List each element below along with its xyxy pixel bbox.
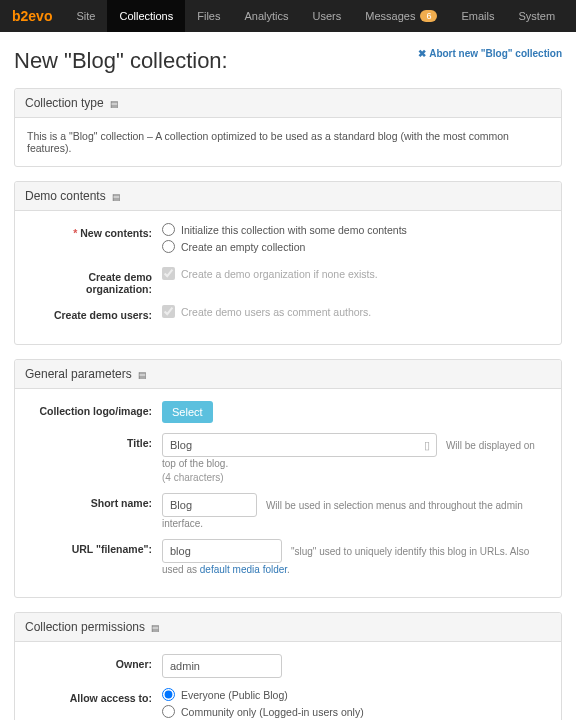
panel-heading: Demo contents ▤ xyxy=(15,182,561,211)
book-icon[interactable]: ▤ xyxy=(151,623,160,633)
url-filename-label: URL "filename": xyxy=(27,539,162,555)
panel-heading: General parameters ▤ xyxy=(15,360,561,389)
title-label: Title: xyxy=(27,433,162,449)
heading-text: Collection permissions xyxy=(25,620,145,634)
radio-label: Create an empty collection xyxy=(181,241,305,253)
brand-logo[interactable]: b2evo xyxy=(0,8,64,24)
radio-empty[interactable] xyxy=(162,240,175,253)
create-users-text: Create demo users as comment authors. xyxy=(181,306,371,318)
radio-label: Community only (Logged-in users only) xyxy=(181,706,364,718)
panel-collection-permissions: Collection permissions ▤ Owner: Allow ac… xyxy=(14,612,562,720)
panel-demo-contents: Demo contents ▤ * New contents: Initiali… xyxy=(14,181,562,345)
select-logo-button[interactable]: Select xyxy=(162,401,213,423)
shortname-input[interactable] xyxy=(162,493,257,517)
access-label: Allow access to: xyxy=(27,688,162,704)
nav-analytics[interactable]: Analytics xyxy=(232,0,300,32)
abort-link[interactable]: ✖Abort new "Blog" collection xyxy=(418,48,562,59)
heading-text: Collection type xyxy=(25,96,104,110)
input-icon: ▯ xyxy=(424,439,430,452)
title-input[interactable] xyxy=(162,433,437,457)
radio-init-demo[interactable] xyxy=(162,223,175,236)
radio-access-everyone[interactable] xyxy=(162,688,175,701)
messages-badge: 6 xyxy=(420,10,437,22)
nav-files[interactable]: Files xyxy=(185,0,232,32)
manual-page-link[interactable]: ▤ Manual page xyxy=(567,5,576,27)
create-users-label: Create demo users: xyxy=(27,305,162,321)
panel-heading: Collection type ▤ xyxy=(15,89,561,118)
radio-label: Everyone (Public Blog) xyxy=(181,689,288,701)
panel-collection-type: Collection type ▤ This is a "Blog" colle… xyxy=(14,88,562,167)
close-icon: ✖ xyxy=(418,48,426,59)
owner-input[interactable] xyxy=(162,654,282,678)
nav-site[interactable]: Site xyxy=(64,0,107,32)
panel-body: This is a "Blog" collection – A collecti… xyxy=(15,118,561,166)
nav-collections[interactable]: Collections xyxy=(107,0,185,32)
owner-label: Owner: xyxy=(27,654,162,670)
title-char-count: (4 characters) xyxy=(162,472,549,483)
panel-general-parameters: General parameters ▤ Collection logo/ima… xyxy=(14,359,562,598)
radio-label: Initialize this collection with some dem… xyxy=(181,224,407,236)
nav-system[interactable]: System xyxy=(506,0,567,32)
url-filename-input[interactable] xyxy=(162,539,282,563)
checkbox-create-org[interactable] xyxy=(162,267,175,280)
nav-users[interactable]: Users xyxy=(301,0,354,32)
abort-label: Abort new "Blog" collection xyxy=(429,48,562,59)
heading-text: General parameters xyxy=(25,367,132,381)
nav-items: Site Collections Files Analytics Users M… xyxy=(64,0,567,32)
top-navbar: b2evo Site Collections Files Analytics U… xyxy=(0,0,576,32)
nav-emails[interactable]: Emails xyxy=(449,0,506,32)
nav-messages[interactable]: Messages 6 xyxy=(353,0,449,32)
panel-heading: Collection permissions ▤ xyxy=(15,613,561,642)
heading-text: Demo contents xyxy=(25,189,106,203)
radio-access-community[interactable] xyxy=(162,705,175,718)
new-contents-label: * New contents: xyxy=(27,223,162,239)
nav-messages-label: Messages xyxy=(365,10,415,22)
book-icon[interactable]: ▤ xyxy=(138,370,147,380)
book-icon[interactable]: ▤ xyxy=(110,99,119,109)
book-icon[interactable]: ▤ xyxy=(112,192,121,202)
checkbox-create-users[interactable] xyxy=(162,305,175,318)
page-title: New "Blog" collection: xyxy=(14,48,228,74)
logo-label: Collection logo/image: xyxy=(27,401,162,417)
create-org-text: Create a demo organization if none exist… xyxy=(181,268,378,280)
create-org-label: Create demo organization: xyxy=(27,267,162,295)
shortname-label: Short name: xyxy=(27,493,162,509)
default-media-folder-link[interactable]: default media folder xyxy=(200,564,287,575)
